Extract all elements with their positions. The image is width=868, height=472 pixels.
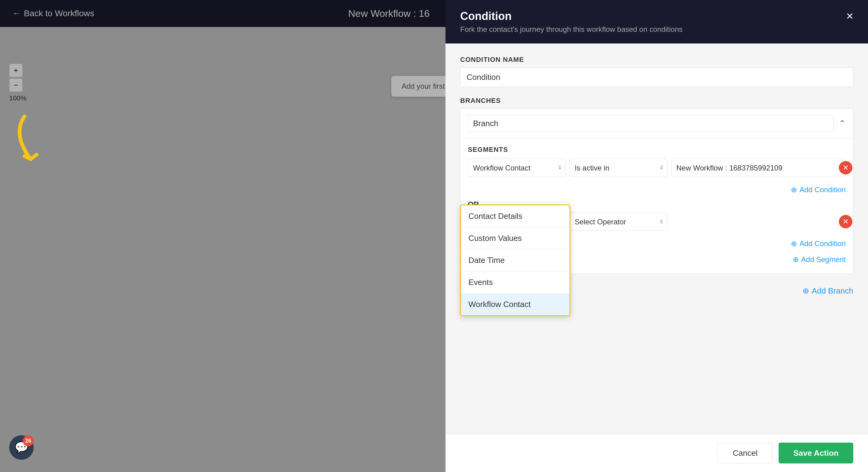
branch-select[interactable]: Branch [468,115,834,132]
segment1-value-wrapper: New Workflow : 1683785992109 [671,159,846,177]
remove-segment2-button[interactable]: ✕ [839,215,852,228]
dropdown-item-date-time[interactable]: Date Time [461,249,569,272]
chat-bubble-button[interactable]: 💬 26 [9,435,34,460]
branch-chevron-icon: ⌃ [839,119,846,129]
save-action-button[interactable]: Save Action [779,443,853,464]
add-condition-2-icon: ⊕ [791,239,797,248]
add-branch-button[interactable]: ⊕ Add Branch [803,286,853,296]
segment2-operator-wrapper: Select Operator [569,213,668,231]
segment2-operator-select[interactable]: Select Operator [569,213,668,231]
modal-title: Condition [460,10,682,23]
modal-header: Condition Fork the contact's journey thr… [445,0,868,43]
branch-header: Branch ⌃ [461,109,853,138]
chat-badge: 26 [23,435,34,446]
dropdown-item-contact-details[interactable]: Contact Details [461,206,569,227]
modal-close-button[interactable]: × [846,10,853,22]
modal-subtitle: Fork the contact's journey through this … [460,25,682,34]
add-segment-icon: ⊕ [793,255,799,264]
remove-segment1-button[interactable]: ✕ [839,161,852,175]
segment-row-1: Workflow Contact Is active in New Workfl… [468,159,846,177]
segments-label: SEGMENTS [468,146,846,154]
dropdown-item-workflow-contact[interactable]: Workflow Contact [461,293,569,315]
field-dropdown: Contact Details Custom Values Date Time … [460,204,570,316]
segment1-value-select[interactable]: New Workflow : 1683785992109 [671,159,846,177]
segment1-operator-select[interactable]: Is active in [569,159,668,177]
add-condition-1-button[interactable]: ⊕ Add Condition [468,183,846,196]
dropdown-item-custom-values[interactable]: Custom Values [461,227,569,249]
condition-name-input[interactable] [460,67,853,87]
add-branch-icon: ⊕ [803,286,809,296]
condition-name-label: CONDITION NAME [460,56,853,64]
modal-footer: Cancel Save Action [445,434,868,472]
cancel-button[interactable]: Cancel [718,443,773,464]
add-condition-1-icon: ⊕ [791,186,797,194]
dropdown-item-events[interactable]: Events [461,272,569,293]
segment1-field-wrapper: Workflow Contact [468,159,566,177]
branches-label: BRANCHES [460,97,853,105]
segment1-operator-wrapper: Is active in [569,159,668,177]
segment1-field-select[interactable]: Workflow Contact [468,159,566,177]
